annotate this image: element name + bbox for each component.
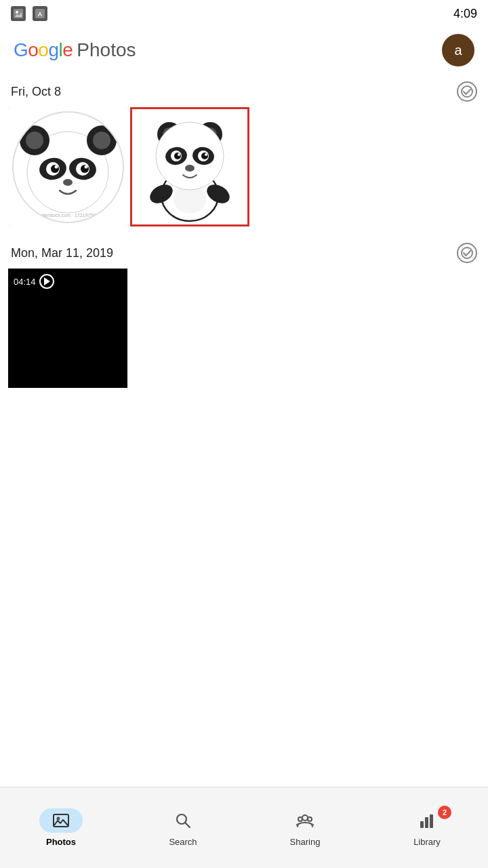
status-bar-left: A <box>11 6 47 21</box>
section-date-1: Fri, Oct 8 <box>11 85 61 99</box>
nav-library[interactable]: 2 Library <box>366 808 488 847</box>
svg-rect-39 <box>54 814 68 827</box>
app-header: Google Photos a <box>0 27 488 73</box>
nav-sharing-label: Sharing <box>290 837 321 847</box>
svg-text:A: A <box>38 11 43 18</box>
nav-sharing[interactable]: Sharing <box>244 808 366 847</box>
svg-point-32 <box>174 153 181 159</box>
svg-point-33 <box>201 153 208 159</box>
svg-point-44 <box>298 817 302 821</box>
text-status-icon: A <box>33 6 47 21</box>
svg-point-1 <box>16 11 18 14</box>
svg-point-8 <box>26 132 43 149</box>
library-badge: 2 <box>438 806 451 819</box>
svg-point-45 <box>308 817 312 821</box>
svg-line-42 <box>186 823 190 828</box>
bottom-navigation: Photos Search Sharing <box>0 787 488 868</box>
nav-search[interactable]: Search <box>122 808 244 847</box>
video-thumbnail[interactable]: 04:14 <box>8 269 127 388</box>
search-icon-wrap <box>161 808 205 833</box>
section-select-2[interactable] <box>457 243 477 263</box>
photos-logo-text: Photos <box>77 39 136 61</box>
photo-panda-circle[interactable]: shutterstock.com · 1721975044 <box>8 107 127 226</box>
svg-point-40 <box>57 817 60 821</box>
app-logo: Google Photos <box>14 39 136 61</box>
nav-library-label: Library <box>413 837 441 847</box>
nav-photos-label: Photos <box>46 837 76 847</box>
section-date-row-2: Mon, Mar 11, 2019 <box>8 235 480 269</box>
svg-point-9 <box>93 132 110 149</box>
svg-rect-47 <box>425 817 428 828</box>
nav-photos[interactable]: Photos <box>0 808 122 847</box>
svg-point-35 <box>205 153 207 156</box>
image-status-icon <box>11 6 26 21</box>
photos-icon <box>52 812 70 829</box>
svg-point-34 <box>178 153 180 156</box>
svg-point-17 <box>84 165 87 168</box>
google-logo-text: Google <box>14 39 73 61</box>
library-icon-wrap: 2 <box>405 808 449 833</box>
svg-point-43 <box>302 815 308 821</box>
svg-point-36 <box>185 165 195 172</box>
nav-search-label: Search <box>169 837 197 847</box>
user-avatar[interactable]: a <box>442 34 474 66</box>
svg-point-16 <box>54 165 58 168</box>
svg-marker-38 <box>44 277 50 285</box>
svg-rect-48 <box>430 814 433 828</box>
photo-watermark-1: shutterstock.com · 1721975044 <box>14 213 123 218</box>
photo-grid-2: 04:14 <box>8 269 480 388</box>
svg-point-18 <box>63 179 73 186</box>
main-content: Fri, Oct 8 <box>0 73 488 787</box>
time-display: 4:09 <box>453 7 477 21</box>
library-icon <box>418 812 436 829</box>
search-icon <box>174 812 192 829</box>
video-duration: 04:14 <box>14 274 54 289</box>
svg-rect-46 <box>420 821 424 828</box>
status-bar: A 4:09 <box>0 0 488 27</box>
play-button-icon <box>39 274 54 289</box>
photo-panda-selected[interactable] <box>130 107 249 226</box>
sharing-icon-wrap <box>283 808 327 833</box>
section-date-2: Mon, Mar 11, 2019 <box>11 246 113 260</box>
section-date-row-1: Fri, Oct 8 <box>8 73 480 107</box>
sharing-icon <box>296 812 314 829</box>
photo-grid-1: shutterstock.com · 1721975044 <box>8 107 480 226</box>
photos-icon-wrap <box>39 808 83 833</box>
section-select-1[interactable] <box>457 81 477 102</box>
